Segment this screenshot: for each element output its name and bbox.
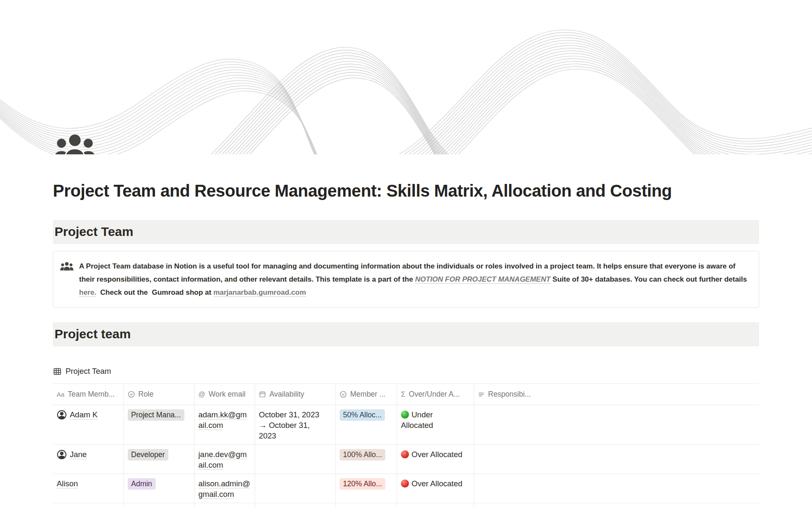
cell-team-member[interactable]: Jane (53, 445, 124, 474)
table-row: Jane Developer jane.dev@gmail.com 100% A… (53, 445, 759, 474)
cell-work-email[interactable]: john.hr@gmail.com (195, 503, 255, 507)
cell-role[interactable]: Developer (124, 445, 195, 474)
page-title: Project Team and Resource Management: Sk… (53, 181, 759, 200)
database-view-title[interactable]: Project Team (53, 367, 759, 384)
email-icon: @ (198, 389, 205, 400)
status-dot (401, 411, 409, 419)
cell-team-member[interactable]: Adam K (53, 405, 124, 444)
page-icon-people-group[interactable] (53, 134, 96, 154)
heading-project-team-lower: Project team (53, 322, 759, 346)
people-group-icon (60, 260, 74, 299)
calendar-icon (259, 391, 266, 398)
gumroad-link[interactable]: marjanarbab.gumroad.com (213, 288, 306, 296)
cell-availability[interactable] (255, 445, 336, 474)
cell-availability[interactable] (255, 503, 336, 507)
person-icon (57, 449, 67, 460)
cell-over-under-allocation[interactable]: Under Allocated (397, 405, 474, 444)
role-tag[interactable]: Admin (128, 478, 156, 490)
column-header-responsibilities[interactable]: Responsibi... (474, 384, 759, 405)
callout-text-2: Suite of 30+ databases. You can check ou… (551, 275, 749, 283)
role-tag[interactable]: Project Mana... (128, 409, 184, 421)
table-row: Alison Admin alison.admin@gmail.com 120%… (53, 474, 759, 503)
table-row: Adam K Project Mana... adam.kk@gmail.com… (53, 405, 759, 445)
cell-role[interactable]: HR (124, 503, 195, 507)
column-header-member-allocation[interactable]: Member ... (336, 384, 397, 405)
wave-pattern (0, 0, 812, 154)
title-icon: Aa (57, 389, 64, 400)
status-dot (401, 480, 409, 488)
project-team-table: Aa Team Memb... Role @ Work email Availa… (53, 384, 759, 507)
status-label: Over Allocated (411, 450, 462, 459)
page-cover (0, 0, 812, 154)
cell-team-member[interactable]: Alison (53, 474, 124, 503)
cell-over-under-allocation[interactable]: Over Allocated (397, 474, 474, 503)
allocation-tag[interactable]: 120% Allo... (340, 478, 385, 490)
cell-availability[interactable] (255, 474, 336, 503)
person-icon (57, 410, 67, 420)
cell-member-allocation[interactable]: 120% Allo... (336, 474, 397, 503)
role-tag[interactable]: Developer (128, 449, 168, 460)
callout-text: A Project Team database in Notion is a u… (79, 260, 751, 299)
column-header-availability[interactable]: Availability (255, 384, 336, 405)
cell-role[interactable]: Admin (124, 474, 195, 503)
cell-work-email[interactable]: adam.kk@gmail.com (195, 405, 255, 444)
table-row: John HR john.hr@gmail.com 100% Allo... O… (53, 503, 759, 507)
database-view-title-label: Project Team (66, 367, 111, 376)
cell-work-email[interactable]: alison.admin@gmail.com (195, 474, 255, 503)
column-header-over-under-allocation[interactable]: Σ Over/Under A... (397, 384, 474, 405)
callout: A Project Team database in Notion is a u… (53, 251, 759, 308)
status-label: Over Allocated (411, 479, 462, 488)
cell-team-member[interactable]: John (53, 503, 124, 507)
cell-responsibilities[interactable] (474, 405, 759, 444)
formula-icon: Σ (401, 389, 406, 400)
cell-availability[interactable]: October 31, 2023 → October 31, 2023 (255, 405, 336, 444)
cell-over-under-allocation[interactable]: Over Allocated (397, 445, 474, 474)
text-icon (478, 391, 485, 398)
suite-link[interactable]: NOTION FOR PROJECT MANAGEMENT (415, 275, 550, 283)
cell-member-allocation[interactable]: 100% Allo... (336, 445, 397, 474)
column-header-role[interactable]: Role (124, 384, 195, 405)
column-header-work-email[interactable]: @ Work email (195, 384, 255, 405)
allocation-tag[interactable]: 50% Alloc... (340, 409, 385, 421)
cell-work-email[interactable]: jane.dev@gmail.com (195, 445, 255, 474)
heading-project-team: Project Team (53, 220, 759, 244)
cell-responsibilities[interactable] (474, 474, 759, 503)
cell-member-allocation[interactable]: 50% Alloc... (336, 405, 397, 444)
select-icon (128, 391, 135, 398)
cell-role[interactable]: Project Mana... (124, 405, 195, 444)
cell-over-under-allocation[interactable]: Over Allocated (397, 503, 474, 507)
table-icon (53, 367, 62, 376)
status-dot (401, 450, 409, 458)
table-header-row: Aa Team Memb... Role @ Work email Availa… (53, 384, 759, 405)
column-header-team-member[interactable]: Aa Team Memb... (53, 384, 124, 405)
select-icon (340, 391, 347, 398)
cell-responsibilities[interactable] (474, 503, 759, 507)
callout-text-3: Check out the Gumroad shop at (96, 288, 214, 296)
allocation-tag[interactable]: 100% Allo... (340, 449, 385, 460)
cell-responsibilities[interactable] (474, 445, 759, 474)
cell-member-allocation[interactable]: 100% Allo... (336, 503, 397, 507)
here-link[interactable]: here. (79, 288, 96, 296)
